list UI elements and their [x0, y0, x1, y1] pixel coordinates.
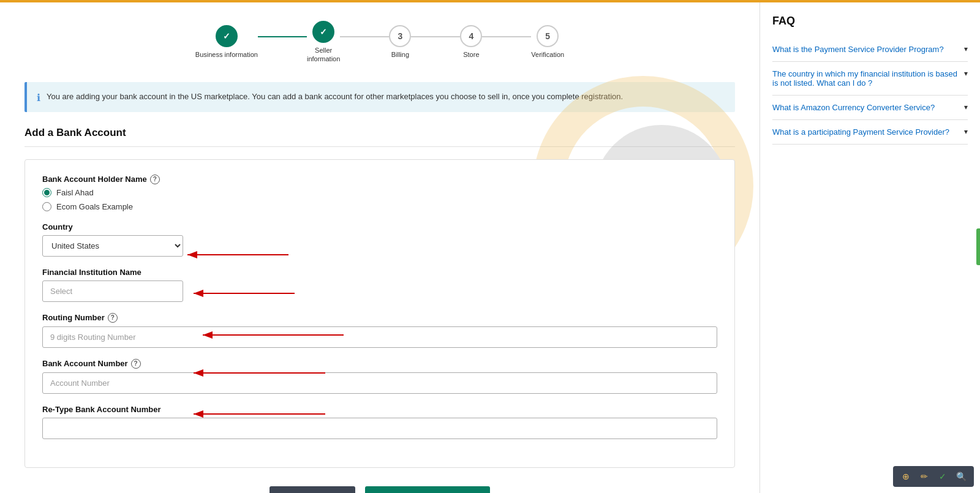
- radio-ecom-goals-input[interactable]: [42, 202, 51, 211]
- account-number-help-icon[interactable]: ?: [131, 359, 141, 369]
- step-2-label: Sellerinformation: [307, 46, 340, 64]
- info-icon: ℹ: [37, 92, 40, 103]
- holder-name-help-icon[interactable]: ?: [150, 175, 160, 184]
- faq-question-3[interactable]: What is Amazon Currency Converter Servic…: [772, 103, 968, 112]
- step-4-label: Store: [463, 50, 479, 59]
- faq-title: FAQ: [772, 15, 968, 28]
- info-banner: ℹ You are adding your bank account in th…: [24, 82, 735, 112]
- faq-question-1-text: What is the Payment Service Provider Pro…: [772, 45, 944, 54]
- step-4: 4 Store: [460, 25, 482, 59]
- faq-sidebar: FAQ What is the Payment Service Provider…: [760, 2, 980, 493]
- step-3-circle: 3: [389, 25, 411, 47]
- faq-chevron-3-icon: ▾: [964, 103, 968, 111]
- field-retype-account-number: Re-Type Bank Account Number: [42, 405, 717, 439]
- connector-4-5: [482, 36, 531, 37]
- retype-account-number-input[interactable]: [42, 418, 717, 439]
- toolbar-icon-check[interactable]: ✓: [936, 470, 949, 483]
- info-banner-text: You are adding your bank account in the …: [47, 91, 623, 103]
- step-3: 3 Billing: [389, 25, 411, 59]
- radio-faisl-ahad-label: Faisl Ahad: [56, 188, 94, 197]
- step-3-label: Billing: [391, 50, 409, 59]
- step-2: ✓ Sellerinformation: [307, 21, 340, 64]
- radio-faisl-ahad-input[interactable]: [42, 188, 51, 197]
- country-label: Country: [42, 222, 717, 231]
- faq-item-3: What is Amazon Currency Converter Servic…: [772, 96, 968, 120]
- step-4-circle: 4: [460, 25, 482, 47]
- radio-ecom-goals[interactable]: Ecom Goals Example: [42, 202, 717, 211]
- faq-question-2[interactable]: The country in which my financial instit…: [772, 69, 968, 88]
- faq-question-4[interactable]: What is a participating Payment Service …: [772, 127, 968, 137]
- radio-ecom-goals-label: Ecom Goals Example: [56, 202, 133, 211]
- routing-number-label: Routing Number ?: [42, 313, 717, 323]
- field-country: Country United States Canada United King…: [42, 222, 717, 257]
- financial-institution-input[interactable]: [42, 280, 183, 302]
- faq-item-2: The country in which my financial instit…: [772, 62, 968, 96]
- step-5-circle: 5: [537, 25, 559, 47]
- connector-3-4: [411, 36, 460, 37]
- financial-institution-label: Financial Institution Name: [42, 268, 717, 277]
- faq-item-1: What is the Payment Service Provider Pro…: [772, 37, 968, 62]
- routing-number-help-icon[interactable]: ?: [108, 313, 118, 323]
- verify-button[interactable]: Verify Bank Account: [365, 486, 491, 493]
- country-select[interactable]: United States Canada United Kingdom: [42, 235, 183, 257]
- toolbar-icon-zoom[interactable]: 🔍: [954, 470, 968, 483]
- faq-question-3-text: What is Amazon Currency Converter Servic…: [772, 103, 935, 112]
- step-5: 5 Verification: [531, 25, 564, 59]
- step-1-circle: ✓: [216, 25, 238, 47]
- stepper: ✓ Business information ✓ Sellerinformati…: [24, 15, 735, 64]
- holder-name-radio-group: Faisl Ahad Ecom Goals Example: [42, 188, 717, 211]
- toolbar-icon-cursor[interactable]: ⊕: [899, 470, 913, 483]
- holder-name-label: Bank Account Holder Name ?: [42, 175, 717, 184]
- toolbar-icon-edit[interactable]: ✏: [918, 470, 931, 483]
- retype-account-number-label: Re-Type Bank Account Number: [42, 405, 717, 414]
- radio-faisl-ahad[interactable]: Faisl Ahad: [42, 188, 717, 197]
- faq-chevron-1-icon: ▾: [964, 45, 968, 53]
- right-edge-bar: [976, 228, 980, 265]
- form-card: Bank Account Holder Name ? Faisl Ahad Ec…: [24, 159, 735, 468]
- field-financial-institution: Financial Institution Name: [42, 268, 717, 302]
- step-1: ✓ Business information: [195, 25, 258, 59]
- form-divider: [24, 146, 735, 147]
- faq-chevron-4-icon: ▾: [964, 127, 968, 136]
- faq-question-1[interactable]: What is the Payment Service Provider Pro…: [772, 45, 968, 54]
- form-section-title: Add a Bank Account: [24, 127, 735, 139]
- faq-item-4: What is a participating Payment Service …: [772, 120, 968, 145]
- connector-1-2: [258, 36, 307, 37]
- faq-chevron-2-icon: ▾: [964, 69, 968, 78]
- account-number-input[interactable]: [42, 372, 717, 394]
- faq-question-2-text: The country in which my financial instit…: [772, 69, 959, 88]
- field-account-number: Bank Account Number ?: [42, 359, 717, 394]
- back-button[interactable]: Back: [270, 486, 355, 493]
- field-holder-name: Bank Account Holder Name ? Faisl Ahad Ec…: [42, 175, 717, 211]
- button-row: Back Verify Bank Account: [24, 486, 735, 493]
- account-number-label: Bank Account Number ?: [42, 359, 717, 369]
- step-2-circle: ✓: [312, 21, 334, 43]
- connector-2-3: [340, 36, 389, 37]
- faq-question-4-text: What is a participating Payment Service …: [772, 127, 949, 137]
- field-routing-number: Routing Number ?: [42, 313, 717, 348]
- content-area: E ✓ Business information ✓ Sellerinforma…: [0, 2, 760, 493]
- step-1-label: Business information: [195, 50, 258, 59]
- routing-number-input[interactable]: [42, 326, 717, 348]
- step-5-label: Verification: [531, 50, 564, 59]
- bottom-toolbar: ⊕ ✏ ✓ 🔍: [893, 466, 974, 487]
